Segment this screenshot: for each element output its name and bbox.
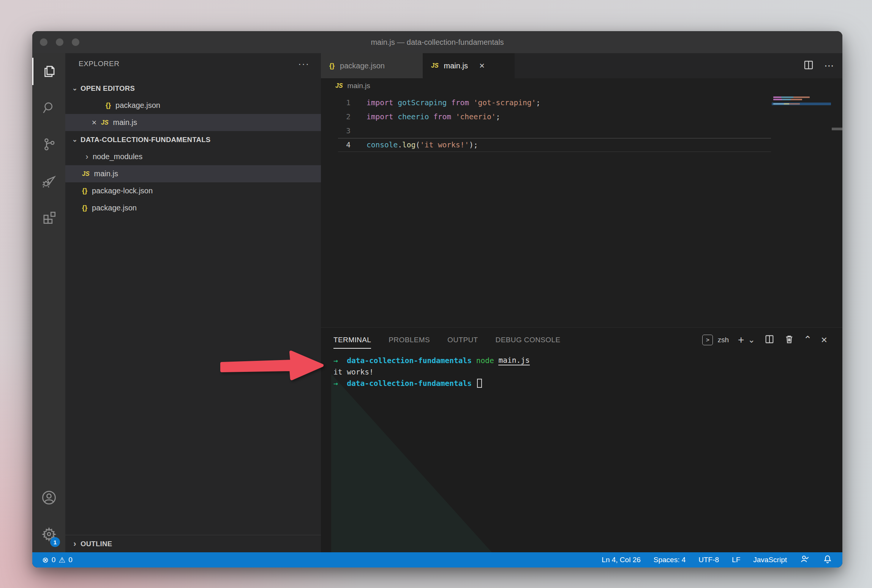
terminal-output[interactable]: → data-collection-fundamentals node main… [321, 352, 842, 389]
code-line-1: 1 import gotScraping from 'got-scraping'… [321, 96, 771, 110]
indentation-status[interactable]: Spaces: 4 [654, 556, 686, 564]
terminal-command-line: → data-collection-fundamentals node main… [333, 355, 842, 366]
open-editor-package-json[interactable]: {} package.json [65, 97, 321, 114]
js-file-icon: JS [431, 62, 439, 69]
tab-main-js[interactable]: JS main.js × [423, 53, 515, 78]
run-debug-icon[interactable] [32, 163, 65, 199]
close-editor-icon[interactable]: × [87, 118, 101, 128]
cursor-position-status[interactable]: Ln 4, Col 26 [602, 556, 640, 564]
panel-header: TERMINAL PROBLEMS OUTPUT DEBUG CONSOLE >… [321, 328, 842, 352]
settings-badge: 1 [50, 537, 60, 547]
breadcrumb-file: main.js [348, 82, 370, 90]
warnings-icon: ⚠ [58, 555, 65, 564]
problems-status[interactable]: ⊗ 0 ⚠ 0 [42, 555, 73, 564]
js-file-icon: JS [82, 171, 90, 177]
source-control-icon[interactable] [32, 126, 65, 163]
encoding-status[interactable]: UTF-8 [698, 556, 719, 564]
search-icon[interactable] [32, 90, 65, 126]
breadcrumb[interactable]: JS main.js [321, 78, 842, 93]
outline-section-header[interactable]: › OUTLINE [65, 535, 321, 552]
close-panel-icon[interactable]: × [821, 334, 827, 346]
errors-icon: ⊗ [42, 555, 49, 564]
tab-output[interactable]: OUTPUT [447, 328, 478, 352]
terminal-output-line: it works! [333, 366, 842, 378]
js-file-icon: JS [101, 119, 109, 126]
account-icon[interactable] [32, 479, 65, 516]
new-terminal-icon[interactable]: + [738, 334, 744, 346]
close-window-button[interactable] [40, 38, 47, 46]
chevron-right-icon: › [69, 539, 81, 549]
shell-name-label: zsh [717, 336, 729, 344]
zoom-window-button[interactable] [72, 38, 79, 46]
tab-debug-console[interactable]: DEBUG CONSOLE [496, 328, 561, 352]
eol-status[interactable]: LF [732, 556, 740, 564]
tab-terminal[interactable]: TERMINAL [333, 328, 371, 352]
json-file-icon: {} [329, 62, 335, 70]
settings-gear-icon[interactable]: 1 [32, 516, 65, 552]
minimap[interactable] [771, 93, 832, 245]
title-bar: main.js — data-collection-fundamentals [32, 31, 842, 53]
tab-package-json[interactable]: {} package.json [321, 53, 423, 78]
window-title: main.js — data-collection-fundamentals [371, 38, 504, 47]
activity-bar: 1 [32, 53, 65, 552]
split-terminal-icon[interactable] [764, 334, 775, 346]
status-bar: ⊗ 0 ⚠ 0 Ln 4, Col 26 Spaces: 4 UTF-8 LF … [32, 552, 842, 567]
feedback-icon[interactable] [800, 554, 810, 566]
terminal-cursor [477, 379, 482, 388]
tree-item-node-modules[interactable]: › node_modules [65, 148, 321, 165]
notifications-bell-icon[interactable] [823, 554, 833, 566]
js-file-icon: JS [335, 82, 343, 89]
split-editor-icon[interactable] [803, 59, 814, 72]
language-mode-status[interactable]: JavaScript [753, 556, 787, 564]
editor-scrollbar[interactable] [832, 128, 842, 130]
explorer-icon[interactable] [32, 53, 65, 90]
tree-item-main-js[interactable]: JS main.js [65, 165, 321, 182]
vscode-window: main.js — data-collection-fundamentals [32, 31, 842, 567]
terminal-dropdown-icon[interactable]: ⌄ [748, 335, 755, 345]
tree-item-package-json[interactable]: {} package.json [65, 199, 321, 217]
workspace-folder-header[interactable]: ⌄ DATA-COLLECTION-FUNDAMENTALS [65, 131, 321, 148]
terminal-shell-icon: > [702, 335, 713, 345]
chevron-down-icon: ⌄ [69, 84, 81, 92]
open-editor-main-js[interactable]: × JS main.js [65, 114, 321, 131]
explorer-sidebar: EXPLORER ··· ⌄ OPEN EDITORS {} package.j… [65, 53, 321, 552]
sidebar-title: EXPLORER [79, 60, 119, 68]
kill-terminal-icon[interactable] [784, 334, 795, 346]
json-file-icon: {} [82, 204, 87, 212]
code-line-2: 2 import cheerio from 'cheerio'; [321, 110, 771, 124]
minimize-window-button[interactable] [56, 38, 63, 46]
code-line-4: 4 console.log('it works!'); [321, 138, 771, 152]
editor-tabs-bar: {} package.json JS main.js × ⋯ [321, 53, 842, 78]
extensions-icon[interactable] [32, 199, 65, 236]
open-editors-header[interactable]: ⌄ OPEN EDITORS [65, 80, 321, 97]
json-file-icon: {} [106, 101, 111, 109]
explorer-actions-icon[interactable]: ··· [298, 58, 310, 69]
traffic-lights [40, 31, 79, 53]
more-actions-icon[interactable]: ⋯ [824, 60, 834, 72]
chevron-down-icon: ⌄ [69, 136, 81, 144]
code-editor[interactable]: 1 import gotScraping from 'got-scraping'… [321, 93, 842, 327]
terminal-prompt-line: → data-collection-fundamentals [333, 378, 842, 389]
tree-item-package-lock-json[interactable]: {} package-lock.json [65, 182, 321, 199]
code-line-3: 3 [321, 124, 771, 138]
tab-problems[interactable]: PROBLEMS [389, 328, 430, 352]
json-file-icon: {} [82, 187, 87, 195]
maximize-panel-icon[interactable]: ⌃ [804, 334, 812, 346]
close-tab-icon[interactable]: × [479, 60, 485, 71]
chevron-right-icon: › [81, 152, 93, 162]
terminal-panel: TERMINAL PROBLEMS OUTPUT DEBUG CONSOLE >… [321, 327, 842, 552]
terminal-watermark [321, 374, 492, 552]
